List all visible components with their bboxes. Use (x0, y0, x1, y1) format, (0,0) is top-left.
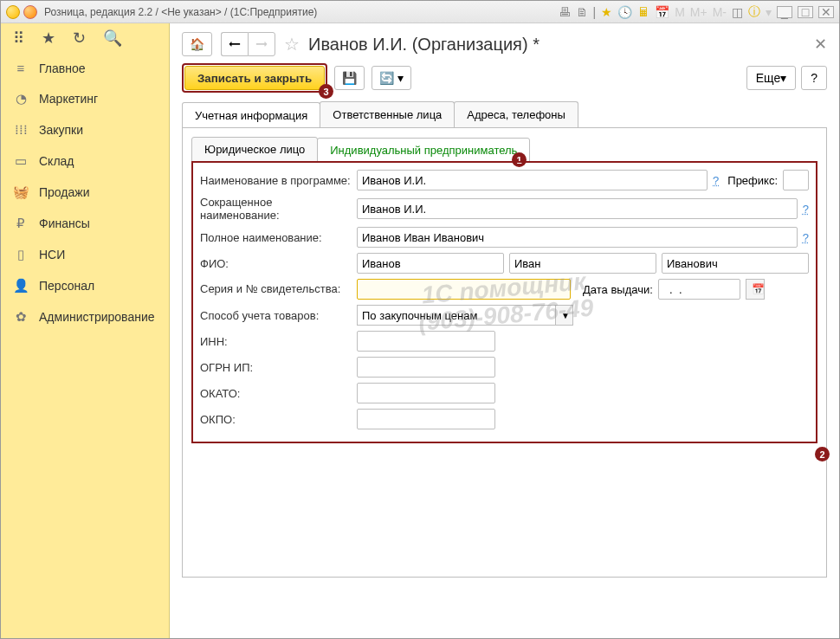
menu-icon: ≡ (13, 61, 29, 75)
apps-icon[interactable]: ⠿ (13, 29, 24, 48)
save-and-close-button[interactable]: Записать и закрыть (184, 66, 325, 90)
issue-date-input[interactable] (658, 279, 740, 300)
tb-sep-icon: ▾ (766, 5, 772, 19)
tb-panels-icon[interactable]: ◫ (732, 5, 743, 19)
middlename-input[interactable] (662, 253, 809, 274)
prefix-input[interactable] (783, 170, 809, 190)
label-full-name: Полное наименование: (200, 231, 352, 244)
help-program-name[interactable]: ? (713, 174, 719, 187)
lastname-input[interactable] (357, 253, 504, 274)
sidebar-item-warehouse[interactable]: ▭Склад (1, 145, 169, 177)
favorite-icon[interactable]: ★ (42, 29, 55, 48)
history-icon[interactable]: ↻ (73, 29, 86, 48)
maximize-button[interactable]: □ (798, 6, 813, 18)
program-name-input[interactable] (357, 170, 708, 190)
sidebar-item-label: Главное (39, 61, 86, 75)
label-method: Способ учета товаров: (200, 309, 352, 322)
ruble-icon: ₽ (13, 216, 29, 231)
tb-mplus-icon[interactable]: M+ (690, 5, 708, 19)
label-prefix: Префикс: (727, 174, 778, 187)
sidebar-item-label: Администрирование (39, 310, 155, 324)
firstname-input[interactable] (509, 253, 656, 274)
callout-badge-3: 3 (319, 84, 333, 99)
help-button[interactable]: ? (801, 66, 827, 90)
okato-input[interactable] (357, 383, 495, 403)
tb-doc-icon[interactable]: 🗎 (576, 5, 588, 19)
tb-print-icon[interactable]: 🖶 (559, 5, 571, 19)
barcode-icon: ⁞⁞⁞ (13, 122, 29, 138)
save-button[interactable]: 💾 (334, 66, 365, 90)
help-short-name[interactable]: ? (803, 203, 809, 216)
app-icon-1c (6, 5, 20, 19)
label-short-name: Сокращенное наименование: (200, 196, 352, 222)
sidebar-item-label: Финансы (39, 216, 90, 230)
sidebar-item-finance[interactable]: ₽Финансы (1, 208, 169, 239)
sidebar-item-label: Персонал (39, 279, 94, 293)
sidebar-item-label: Закупки (39, 123, 83, 137)
callout-badge-2: 2 (815, 447, 830, 462)
app-icon-dropdown[interactable] (23, 5, 37, 19)
sidebar-item-label: Маркетинг (39, 92, 98, 106)
tb-calc-icon[interactable]: 🖩 (637, 5, 649, 19)
sidebar-item-label: Склад (39, 154, 74, 168)
titlebar-text: Розница, редакция 2.2 / <Не указан> / (1… (44, 6, 317, 18)
accounting-method-select[interactable] (357, 305, 556, 326)
page-title: Иванов И.И. (Организация) * (308, 35, 540, 55)
book-icon: ▯ (13, 247, 29, 262)
titlebar: Розница, редакция 2.2 / <Не указан> / (1… (1, 1, 839, 23)
tb-info-icon[interactable]: ⓘ (748, 4, 760, 20)
more-button[interactable]: Еще ▾ (746, 66, 797, 90)
inn-input[interactable] (357, 331, 495, 352)
label-okato: ОКАТО: (200, 387, 352, 400)
tb-calendar-icon[interactable]: 📅 (655, 5, 669, 19)
sidebar-item-personnel[interactable]: 👤Персонал (1, 270, 169, 301)
subtab-legal-entity[interactable]: Юридическое лицо (191, 137, 318, 162)
label-issue-date: Дата выдачи: (583, 283, 653, 296)
tb-m-icon[interactable]: M (675, 5, 685, 19)
refresh-button[interactable]: 🔄 ▾ (372, 66, 411, 90)
okpo-input[interactable] (357, 409, 495, 429)
sidebar-item-label: НСИ (39, 248, 65, 261)
close-button[interactable]: ✕ (818, 6, 834, 18)
tb-sep-icon: | (593, 5, 597, 19)
minimize-button[interactable]: _ (777, 6, 792, 18)
ogrn-input[interactable] (357, 357, 495, 378)
forward-button[interactable]: 🠖 (248, 32, 275, 56)
label-inn: ИНН: (200, 335, 352, 348)
favorite-star-icon[interactable]: ☆ (284, 34, 300, 55)
calendar-button[interactable]: 📅 (746, 279, 765, 300)
tb-mminus-icon[interactable]: M- (713, 5, 727, 19)
sidebar-item-sales[interactable]: 🧺Продажи (1, 177, 169, 208)
tab-responsible[interactable]: Ответственные лица (320, 101, 455, 127)
label-okpo: ОКПО: (200, 413, 352, 426)
close-page-button[interactable]: ✕ (814, 35, 827, 54)
tab-addresses[interactable]: Адреса, телефоны (454, 101, 578, 127)
help-full-name[interactable]: ? (803, 231, 809, 244)
sidebar-item-label: Продажи (39, 185, 89, 199)
label-fio: ФИО: (200, 257, 352, 270)
box-icon: ▭ (13, 153, 29, 169)
sidebar-item-marketing[interactable]: ◔Маркетинг (1, 83, 169, 114)
subtab-individual[interactable]: Индивидуальный предприниматель (317, 138, 530, 163)
sidebar-item-purchases[interactable]: ⁞⁞⁞Закупки (1, 114, 169, 145)
tb-history-icon[interactable]: 🕓 (617, 5, 632, 19)
sidebar-item-nsi[interactable]: ▯НСИ (1, 239, 169, 270)
gear-icon: ✿ (13, 309, 29, 325)
label-program-name: Наименование в программе: (200, 174, 352, 187)
sidebar-item-admin[interactable]: ✿Администрирование (1, 301, 169, 332)
select-dropdown-button[interactable]: ▼ (556, 305, 573, 326)
certificate-input[interactable] (357, 279, 571, 300)
back-button[interactable]: 🠔 (221, 32, 248, 56)
sidebar-item-main[interactable]: ≡Главное (1, 53, 169, 83)
home-button[interactable]: 🏠 (182, 32, 212, 56)
search-icon[interactable]: 🔍 (103, 29, 122, 48)
tab-account-info[interactable]: Учетная информация (182, 102, 320, 128)
tb-star-icon[interactable]: ★ (601, 5, 612, 19)
basket-icon: 🧺 (13, 184, 29, 200)
label-ogrn: ОГРН ИП: (200, 361, 352, 374)
pie-icon: ◔ (13, 91, 29, 106)
short-name-input[interactable] (357, 198, 798, 219)
sidebar: ⠿ ★ ↻ 🔍 ≡Главное ◔Маркетинг ⁞⁞⁞Закупки ▭… (1, 23, 170, 639)
person-icon: 👤 (13, 278, 29, 294)
full-name-input[interactable] (357, 227, 798, 248)
